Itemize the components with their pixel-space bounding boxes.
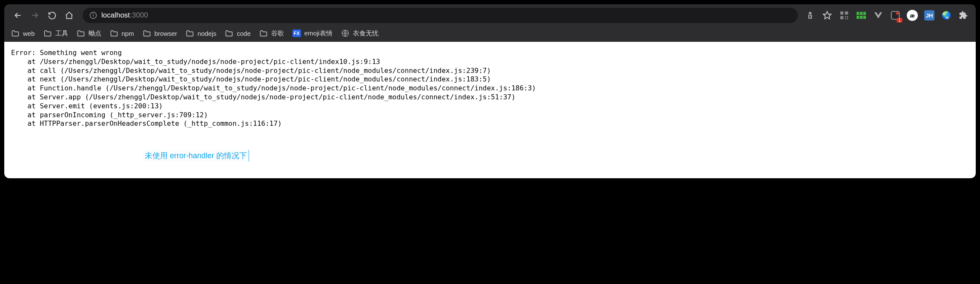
bookmark-label: 工具 xyxy=(55,29,68,38)
error-stack-trace: Error: Something went wrong at /Users/zh… xyxy=(11,49,969,128)
bookmarks-bar: web 工具 蚴点 npm browser nodejs code 谷歌 xyxy=(4,26,976,42)
svg-rect-5 xyxy=(845,12,848,14)
extension-flag[interactable]: 1 xyxy=(890,10,901,21)
grid-icon xyxy=(857,12,866,19)
bookmark-star-button[interactable] xyxy=(822,10,833,21)
svg-rect-12 xyxy=(860,12,863,15)
stack-frame: at Server.emit (events.js:200:13) xyxy=(11,102,163,110)
reload-button[interactable] xyxy=(45,9,59,22)
arrow-left-icon xyxy=(13,11,23,20)
page-content: Error: Something went wrong at /Users/zh… xyxy=(4,42,976,178)
svg-rect-4 xyxy=(840,12,843,14)
bookmark-label: web xyxy=(23,30,35,37)
folder-icon xyxy=(186,29,194,37)
svg-rect-7 xyxy=(845,16,846,17)
vue-icon xyxy=(874,11,883,20)
svg-rect-14 xyxy=(857,16,859,19)
svg-rect-16 xyxy=(863,16,866,19)
svg-rect-15 xyxy=(860,16,863,19)
stack-frame: at /Users/zhenggl/Desktop/wait_to_study/… xyxy=(11,58,380,66)
bookmark-browser[interactable]: browser xyxy=(143,29,177,37)
puzzle-icon xyxy=(959,11,968,20)
extension-jh[interactable]: JH xyxy=(924,10,935,21)
globe-icon xyxy=(341,29,350,38)
folder-icon xyxy=(143,29,151,37)
svg-rect-6 xyxy=(840,16,843,19)
fx-icon: FX xyxy=(292,29,301,37)
bookmark-code[interactable]: code xyxy=(225,29,251,37)
share-icon xyxy=(806,11,814,20)
folder-icon xyxy=(110,29,118,37)
svg-rect-11 xyxy=(857,12,859,15)
extension-badge: 1 xyxy=(897,18,903,23)
bookmark-tools[interactable]: 工具 xyxy=(43,29,68,38)
bookmark-label: npm xyxy=(122,30,134,37)
error-title: Error: Something went wrong xyxy=(11,49,122,57)
bookmark-emoji[interactable]: FX emoji表情 xyxy=(292,29,332,38)
bookmark-label: code xyxy=(237,30,251,37)
svg-marker-3 xyxy=(823,12,831,19)
bookmark-label: browser xyxy=(155,30,177,37)
folder-icon xyxy=(11,29,20,37)
folder-icon xyxy=(43,29,52,37)
forward-button[interactable] xyxy=(28,9,42,22)
jh-icon: JH xyxy=(924,10,934,20)
bookmark-label: emoji表情 xyxy=(304,29,332,38)
annotation-text: 未使用 error-handler 的情况下 xyxy=(143,150,249,162)
url-port: :3000 xyxy=(130,11,148,20)
home-button[interactable] xyxy=(62,9,76,22)
folder-icon xyxy=(259,29,268,37)
svg-point-18 xyxy=(896,12,898,14)
star-icon xyxy=(822,11,832,20)
address-bar[interactable]: localhost:3000 xyxy=(83,8,798,23)
stack-frame: at HTTPParser.parserOnHeadersComplete (_… xyxy=(11,119,282,128)
bookmark-yishi[interactable]: 衣食无忧 xyxy=(341,29,378,38)
url-host: localhost xyxy=(101,11,130,20)
folder-icon xyxy=(225,29,233,37)
bookmark-nodejs[interactable]: nodejs xyxy=(186,29,216,37)
folder-icon xyxy=(77,29,85,37)
nav-bar: localhost:3000 1 æ xyxy=(4,4,976,26)
bookmark-label: nodejs xyxy=(198,30,216,37)
globe-icon: 🌏 xyxy=(942,11,951,20)
bookmark-youdian[interactable]: 蚴点 xyxy=(77,29,101,38)
extensions-menu-button[interactable] xyxy=(958,10,969,21)
extension-ae[interactable]: æ xyxy=(907,10,918,21)
arrow-right-icon xyxy=(30,11,40,20)
stack-frame: at next (/Users/zhenggl/Desktop/wait_to_… xyxy=(11,75,491,83)
bookmark-label: 谷歌 xyxy=(271,29,284,38)
bookmark-label: 蚴点 xyxy=(89,29,101,38)
svg-rect-9 xyxy=(845,18,846,19)
svg-rect-8 xyxy=(847,16,848,17)
toolbar-right: 1 æ JH 🌏 xyxy=(805,10,969,21)
ae-icon: æ xyxy=(907,10,918,21)
bookmark-npm[interactable]: npm xyxy=(110,29,134,37)
extension-vue[interactable] xyxy=(873,10,884,21)
back-button[interactable] xyxy=(11,9,25,22)
browser-chrome: localhost:3000 1 æ xyxy=(4,4,976,42)
bookmark-google[interactable]: 谷歌 xyxy=(259,29,284,38)
stack-frame: at Server.app (/Users/zhenggl/Desktop/wa… xyxy=(11,93,516,101)
svg-rect-13 xyxy=(863,12,866,15)
bookmark-web[interactable]: web xyxy=(11,29,35,37)
extension-grid[interactable] xyxy=(856,10,867,21)
share-button[interactable] xyxy=(805,10,816,21)
home-icon xyxy=(65,11,74,20)
stack-frame: at call (/Users/zhenggl/Desktop/wait_to_… xyxy=(11,67,491,75)
site-info-icon[interactable] xyxy=(89,12,97,19)
extension-qr[interactable] xyxy=(839,10,850,21)
svg-rect-10 xyxy=(847,18,848,19)
qr-icon xyxy=(840,11,849,20)
stack-frame: at parserOnIncoming (_http_server.js:709… xyxy=(11,111,208,119)
extension-globe[interactable]: 🌏 xyxy=(941,10,952,21)
reload-icon xyxy=(48,11,57,20)
stack-frame: at Function.handle (/Users/zhenggl/Deskt… xyxy=(11,84,536,92)
svg-point-2 xyxy=(93,14,94,14)
bookmark-label: 衣食无忧 xyxy=(353,29,378,38)
url-text: localhost:3000 xyxy=(101,11,148,20)
